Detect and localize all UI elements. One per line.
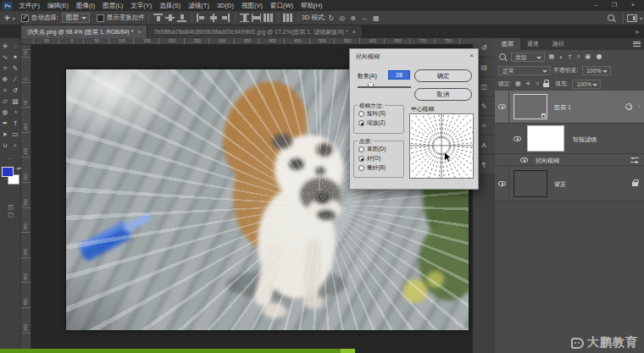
tool-preset-caret-icon[interactable]: ▾: [13, 15, 15, 21]
tool-button[interactable]: ✶: [10, 52, 20, 63]
filter-type-layers-icon[interactable]: T: [567, 54, 573, 60]
collapse-panels-icon[interactable]: ≫: [635, 29, 639, 35]
tool-button[interactable]: ✎: [10, 63, 20, 74]
tool-button[interactable]: ▱: [0, 96, 10, 107]
align-top-icon[interactable]: [153, 14, 163, 22]
amount-slider[interactable]: [358, 86, 411, 88]
align-bottom-icon[interactable]: [177, 14, 186, 22]
3d-scale-icon[interactable]: ▦: [370, 14, 382, 22]
edit-toolbar-icon[interactable]: ⋯: [0, 155, 21, 161]
tab-layers[interactable]: 图层: [495, 38, 520, 50]
menu-item[interactable]: 图像(I): [73, 0, 99, 11]
document-tab[interactable]: 7b58fba78a84b3909b38ad03c9499bf1.jpg @ 1…: [147, 25, 362, 38]
distribute-spacing-icon[interactable]: [264, 14, 273, 22]
tool-button[interactable]: ∕: [10, 74, 20, 85]
filter-pixel-layers-icon[interactable]: ▦: [547, 53, 556, 60]
ok-button[interactable]: 确定: [414, 69, 472, 82]
layer-thumbnail[interactable]: [514, 170, 547, 197]
layer-thumbnail[interactable]: ▣: [514, 94, 547, 119]
fill-dropdown[interactable]: 100%: [572, 80, 601, 89]
3d-rotate-icon[interactable]: ↻: [326, 14, 337, 22]
menu-item[interactable]: 选择(S): [156, 0, 185, 11]
cancel-button[interactable]: 取消: [414, 88, 472, 101]
lock-all-icon[interactable]: [543, 83, 549, 87]
menu-item[interactable]: 文件(F): [15, 0, 44, 11]
lock-position-icon[interactable]: ✛: [525, 80, 532, 87]
tab-paths[interactable]: 路径: [546, 38, 571, 50]
filter-visibility-icon[interactable]: [520, 157, 528, 163]
radio-draft[interactable]: [358, 146, 364, 152]
tool-button[interactable]: ✒: [0, 118, 10, 129]
close-tab-icon[interactable]: ×: [353, 25, 356, 38]
layer-row-background[interactable]: 背景: [495, 166, 644, 201]
workspace-icon[interactable]: [627, 14, 637, 22]
auto-select-checkbox[interactable]: [21, 14, 29, 22]
screen-mode-icon[interactable]: ▢: [8, 212, 14, 218]
layer-row-smart-filters[interactable]: 智能滤镜: [495, 124, 644, 154]
tool-button[interactable]: ◔: [10, 107, 20, 118]
distribute-vertical-icon[interactable]: [240, 14, 249, 22]
filter-toggle-icon[interactable]: [597, 54, 602, 59]
layer-row-layer1[interactable]: ▣ 图层 1 ˄: [495, 91, 644, 124]
minimize-button[interactable]: –: [586, 0, 605, 10]
menu-item[interactable]: 编辑(E): [44, 0, 73, 11]
tool-button[interactable]: ➤: [0, 129, 10, 140]
menu-item[interactable]: 滤镜(T): [185, 0, 214, 11]
tool-button[interactable]: ⊕: [0, 74, 10, 85]
filter-name[interactable]: 径向模糊: [536, 157, 559, 165]
close-button[interactable]: ×: [624, 0, 642, 10]
radio-good[interactable]: [358, 156, 364, 162]
tab-channels[interactable]: 通道: [520, 38, 546, 50]
auto-select-dropdown[interactable]: 图层: [62, 13, 90, 23]
tool-button[interactable]: ◌: [10, 41, 20, 52]
3d-slide-icon[interactable]: ↔: [358, 14, 370, 22]
layer-name[interactable]: 图层 1: [554, 103, 571, 112]
search-icon[interactable]: [608, 14, 614, 21]
layer-row-radial-blur-filter[interactable]: 径向模糊: [495, 154, 644, 166]
opacity-dropdown[interactable]: 100%: [582, 66, 611, 75]
filter-type-dropdown[interactable]: 类型: [511, 52, 545, 62]
smart-filter-visibility-icon[interactable]: [514, 136, 521, 141]
smart-filter-toggle-icon[interactable]: [625, 103, 632, 110]
amount-slider-thumb[interactable]: [368, 82, 374, 87]
layer-name[interactable]: 背景: [554, 180, 566, 189]
workspace-caret-icon[interactable]: ▾: [640, 15, 642, 21]
menu-item[interactable]: 3D(D): [213, 0, 237, 11]
tool-button[interactable]: ✛: [0, 41, 10, 52]
align-vertical-center-icon[interactable]: [165, 14, 175, 22]
tool-button[interactable]: ⍟: [0, 85, 10, 96]
radio-best[interactable]: [358, 165, 364, 171]
blur-center-preview[interactable]: [409, 113, 474, 179]
tool-button[interactable]: ▭: [10, 129, 20, 140]
quick-mask-icon[interactable]: ◫: [8, 204, 14, 211]
tool-button[interactable]: ⌗: [0, 63, 10, 74]
foreground-color-swatch[interactable]: [2, 167, 14, 177]
amount-input[interactable]: 28: [388, 70, 410, 80]
lock-artboard-icon[interactable]: ⌗: [535, 80, 541, 87]
filter-smart-objects-icon[interactable]: ▣: [584, 53, 592, 60]
tool-button[interactable]: ↺: [10, 85, 20, 96]
smart-filter-collapse-icon[interactable]: ˄: [638, 104, 641, 109]
menu-item[interactable]: 视图(V): [237, 0, 266, 11]
tool-button[interactable]: ⌕: [10, 140, 20, 151]
distribute-horizontal-icon[interactable]: [252, 14, 261, 22]
dialog-close-icon[interactable]: ×: [469, 52, 474, 59]
align-left-icon[interactable]: [197, 14, 206, 22]
tool-button[interactable]: ∪: [0, 140, 10, 151]
show-transform-checkbox[interactable]: [97, 14, 104, 22]
filter-shape-layers-icon[interactable]: ⌗: [575, 53, 581, 60]
radio-spin[interactable]: [358, 111, 364, 117]
close-tab-icon[interactable]: ×: [137, 25, 141, 38]
panel-menu-icon[interactable]: [633, 41, 641, 47]
tool-button[interactable]: ∿: [0, 52, 10, 63]
auto-align-icon[interactable]: [283, 14, 292, 22]
3d-drag-icon[interactable]: ⊕: [347, 14, 358, 22]
lock-transparency-icon[interactable]: ▦: [514, 80, 522, 87]
menu-item[interactable]: 文字(Y): [127, 0, 156, 11]
layer-visibility-icon[interactable]: [498, 104, 506, 109]
filter-blend-options-icon[interactable]: [630, 157, 639, 163]
align-horizontal-center-icon[interactable]: [208, 14, 218, 22]
3d-roll-icon[interactable]: ◎: [336, 14, 347, 22]
blend-mode-dropdown[interactable]: 正常: [498, 66, 551, 75]
tool-button[interactable]: T: [10, 118, 20, 129]
